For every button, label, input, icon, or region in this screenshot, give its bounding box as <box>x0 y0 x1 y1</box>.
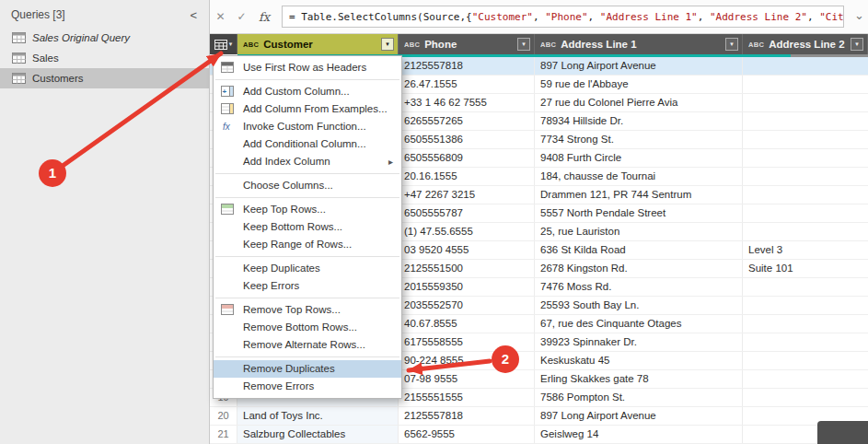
cancel-icon[interactable]: ✕ <box>210 10 231 23</box>
cell-address-line-1[interactable]: Keskuskatu 45 <box>535 352 743 369</box>
sidebar-item-sales-original-query[interactable]: Sales Original Query <box>0 28 209 48</box>
cell-phone[interactable]: 2015559350 <box>399 278 535 296</box>
cell-address-line-1[interactable]: Geislweg 14 <box>535 426 743 443</box>
cell-address-line-1[interactable]: 897 Long Airport Avenue <box>535 57 743 75</box>
cell-phone[interactable]: 6265557265 <box>399 112 535 130</box>
cell-address-line-2[interactable] <box>743 370 868 388</box>
cell-address-line-2[interactable] <box>743 297 868 314</box>
cell-address-line-2[interactable] <box>743 223 868 240</box>
menu-item-choose-columns[interactable]: Choose Columns... <box>214 177 401 194</box>
cell-address-line-2[interactable] <box>743 76 868 93</box>
cell-customer[interactable]: Salzburg Collectables <box>237 426 399 443</box>
menu-item-add-conditional-column[interactable]: Add Conditional Column... <box>214 135 401 153</box>
cell-address-line-1[interactable]: 67, rue des Cinquante Otages <box>535 315 743 333</box>
cell-address-line-2[interactable] <box>743 168 868 185</box>
cell-phone[interactable]: 2125557818 <box>399 57 535 75</box>
menu-item-remove-top-rows[interactable]: Remove Top Rows... <box>214 301 401 319</box>
filter-dropdown-icon[interactable]: ▼ <box>725 38 738 51</box>
cell-phone[interactable]: 20.16.1555 <box>399 168 535 185</box>
menu-item-keep-range-of-rows[interactable]: Keep Range of Rows... <box>214 236 401 253</box>
cell-address-line-2[interactable] <box>743 149 868 167</box>
cell-phone[interactable]: 6175558555 <box>399 333 535 351</box>
column-header-phone[interactable]: ABCPhone▼ <box>399 34 535 54</box>
column-header-address-line-1[interactable]: ABCAddress Line 1▼ <box>535 34 743 54</box>
cell-phone[interactable]: 2125551500 <box>399 260 535 277</box>
menu-item-keep-duplicates[interactable]: Keep Duplicates <box>214 260 401 277</box>
cell-phone[interactable]: 40.67.8555 <box>399 315 535 333</box>
collapse-pane-icon[interactable]: < <box>187 10 200 20</box>
expand-formula-icon[interactable]: ⌄ <box>854 8 864 22</box>
cell-address-line-2[interactable] <box>743 278 868 296</box>
cell-address-line-2[interactable] <box>743 112 868 130</box>
cell-address-line-2[interactable] <box>743 315 868 333</box>
menu-item-keep-errors[interactable]: Keep Errors <box>214 277 401 295</box>
cell-address-line-1[interactable]: 39923 Spinnaker Dr. <box>535 333 743 351</box>
check-icon[interactable]: ✓ <box>231 10 252 23</box>
cell-address-line-1[interactable]: 636 St Kilda Road <box>535 241 743 259</box>
cell-address-line-2[interactable]: Level 3 <box>743 241 868 259</box>
cell-customer[interactable]: Land of Toys Inc. <box>237 407 399 425</box>
cell-address-line-1[interactable]: 59 rue de l'Abbaye <box>535 76 743 93</box>
cell-address-line-1[interactable]: 5557 North Pendale Street <box>535 204 743 222</box>
cell-phone[interactable]: 6505555787 <box>399 204 535 222</box>
cell-address-line-1[interactable]: 184, chausse de Tournai <box>535 168 743 185</box>
cell-address-line-1[interactable]: 27 rue du Colonel Pierre Avia <box>535 94 743 111</box>
sidebar-item-sales[interactable]: Sales <box>0 48 209 68</box>
cell-phone[interactable]: 2035552570 <box>399 297 535 314</box>
cell-address-line-1[interactable]: 7586 Pompton St. <box>535 389 743 406</box>
menu-item-add-column-from-examples[interactable]: Add Column From Examples... <box>214 100 401 118</box>
cell-address-line-2[interactable] <box>743 94 868 111</box>
cell-address-line-1[interactable]: 78934 Hillside Dr. <box>535 112 743 130</box>
cell-address-line-1[interactable]: 2678 Kingston Rd. <box>535 260 743 277</box>
cell-address-line-1[interactable]: Drammen 121, PR 744 Sentrum <box>535 186 743 204</box>
cell-address-line-2[interactable] <box>743 352 868 369</box>
cell-address-line-2[interactable] <box>743 204 868 222</box>
formula-input[interactable]: = Table.SelectColumns(Source,{"Customer"… <box>282 6 844 28</box>
cell-phone[interactable]: (1) 47.55.6555 <box>399 223 535 240</box>
cell-phone[interactable]: +47 2267 3215 <box>399 186 535 204</box>
filter-dropdown-icon[interactable]: ▼ <box>381 38 394 51</box>
cell-phone[interactable]: 2125557818 <box>399 407 535 425</box>
cell-phone[interactable]: 26.47.1555 <box>399 76 535 93</box>
cell-address-line-1[interactable]: 7734 Strong St. <box>535 131 743 148</box>
menu-item-invoke-custom-function[interactable]: fxInvoke Custom Function... <box>214 118 401 135</box>
cell-phone[interactable]: 2155551555 <box>399 389 535 406</box>
menu-item-use-first-row-as-headers[interactable]: Use First Row as Headers <box>214 59 401 76</box>
filter-dropdown-icon[interactable]: ▼ <box>517 38 530 51</box>
cell-phone[interactable]: 07-98 9555 <box>399 370 535 388</box>
cell-address-line-1[interactable]: 25593 South Bay Ln. <box>535 297 743 314</box>
cell-address-line-2[interactable] <box>743 389 868 406</box>
cell-address-line-2[interactable] <box>743 333 868 351</box>
menu-item-remove-alternate-rows[interactable]: Remove Alternate Rows... <box>214 336 401 354</box>
cell-address-line-1[interactable]: 897 Long Airport Avenue <box>535 407 743 425</box>
cell-phone[interactable]: +33 1 46 62 7555 <box>399 94 535 111</box>
menu-item-keep-top-rows[interactable]: Keep Top Rows... <box>214 201 401 218</box>
filter-dropdown-icon[interactable]: ▼ <box>851 38 863 51</box>
cell-phone[interactable]: 6505551386 <box>399 131 535 148</box>
sidebar-item-customers[interactable]: Customers <box>0 68 209 88</box>
column-header-customer[interactable]: ABCCustomer▼ <box>237 34 399 54</box>
menu-item-add-index-column[interactable]: Add Index Column▸ <box>214 153 401 170</box>
menu-item-add-custom-column[interactable]: +Add Custom Column... <box>214 83 401 100</box>
cell-address-line-2[interactable] <box>743 186 868 204</box>
cell-address-line-1[interactable]: 25, rue Lauriston <box>535 223 743 240</box>
table-menu-button[interactable]: ▾ <box>210 34 237 54</box>
cell-phone[interactable]: 03 9520 4555 <box>399 241 535 259</box>
queries-pane: Queries [3] < Sales Original QuerySalesC… <box>0 0 210 444</box>
cell-phone[interactable]: 90-224 8555 <box>399 352 535 369</box>
column-header-address-line-2[interactable]: ABCAddress Line 2▼ <box>743 34 868 54</box>
menu-item-remove-errors[interactable]: Remove Errors <box>214 378 401 395</box>
cell-address-line-2[interactable] <box>743 131 868 148</box>
cell-address-line-1[interactable]: 9408 Furth Circle <box>535 149 743 167</box>
menu-item-remove-duplicates[interactable]: Remove Duplicates <box>214 360 401 378</box>
row-number[interactable]: 20 <box>210 407 237 425</box>
menu-item-remove-bottom-rows[interactable]: Remove Bottom Rows... <box>214 319 401 336</box>
cell-address-line-1[interactable]: 7476 Moss Rd. <box>535 278 743 296</box>
cell-address-line-2[interactable] <box>743 57 868 75</box>
menu-item-keep-bottom-rows[interactable]: Keep Bottom Rows... <box>214 218 401 236</box>
cell-phone[interactable]: 6562-9555 <box>399 426 535 443</box>
cell-phone[interactable]: 6505556809 <box>399 149 535 167</box>
row-number[interactable]: 21 <box>210 426 237 443</box>
cell-address-line-2[interactable]: Suite 101 <box>743 260 868 277</box>
cell-address-line-1[interactable]: Erling Skakkes gate 78 <box>535 370 743 388</box>
